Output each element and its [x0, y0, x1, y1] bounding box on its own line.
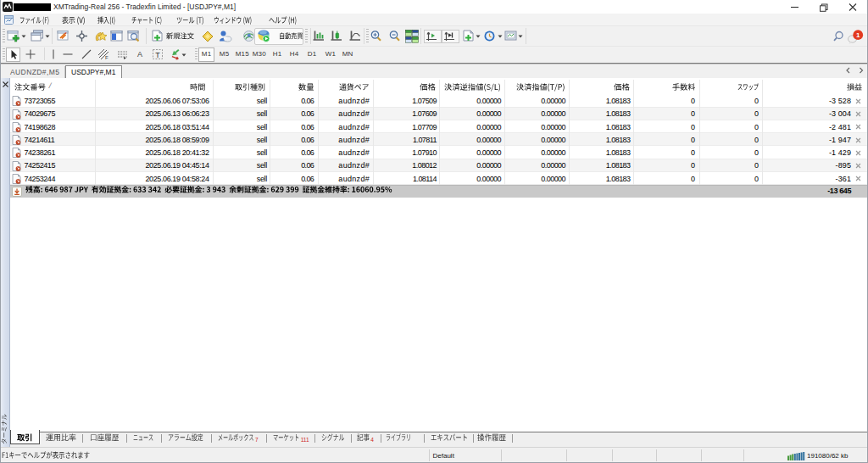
svg-text:T: T [155, 51, 160, 59]
svg-text:F: F [105, 55, 108, 60]
svg-text:1: 1 [856, 31, 860, 39]
